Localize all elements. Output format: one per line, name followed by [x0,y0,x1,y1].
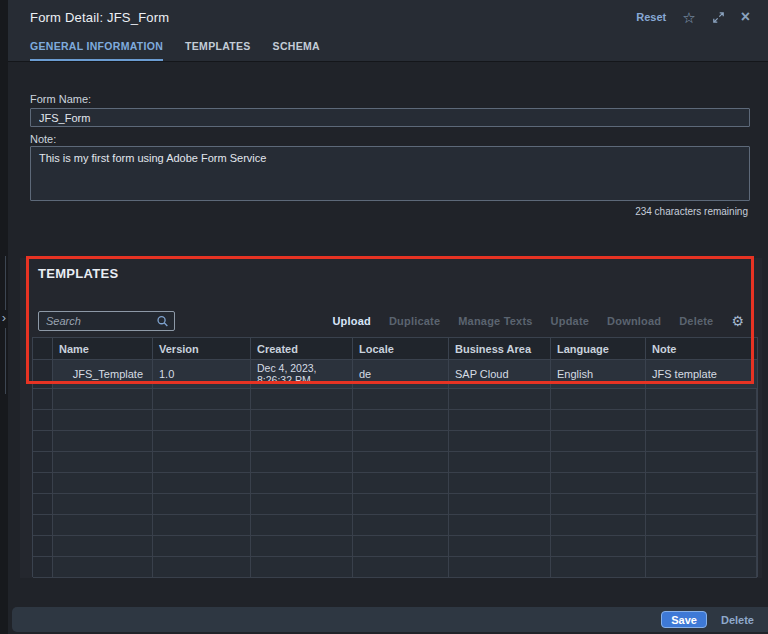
table-row-empty [33,494,757,515]
templates-section-title: TEMPLATES [38,266,118,281]
save-button[interactable]: Save [661,611,707,628]
reset-button[interactable]: Reset [636,11,666,23]
fullscreen-expand-icon[interactable] [712,11,725,24]
panel-expand-chevron-icon[interactable]: › [0,310,8,328]
column-header-language[interactable]: Language [551,338,646,359]
column-header-locale[interactable]: Locale [353,338,449,359]
search-icon[interactable] [156,315,169,328]
download-button[interactable]: Download [607,315,661,327]
duplicate-button[interactable]: Duplicate [389,315,440,327]
cell-business-area: SAP Cloud [449,360,551,388]
tab-schema[interactable]: SCHEMA [273,40,320,61]
note-label: Note: [30,133,56,145]
table-row-jfs-template[interactable]: JFS_Template 1.0 Dec 4, 2023, 8:26:32 PM… [33,360,757,389]
characters-remaining: 234 characters remaining [635,206,748,217]
table-row-empty [33,410,757,431]
upload-button[interactable]: Upload [332,315,370,327]
column-header-created[interactable]: Created [251,338,353,359]
table-row-empty [33,515,757,536]
dialog-title: Form Detail: JFS_Form [30,10,169,25]
header-actions: Reset ☆ × [636,9,750,25]
table-row-empty [33,431,757,452]
table-row-empty [33,473,757,494]
form-name-input[interactable] [30,108,750,127]
table-settings-gear-icon[interactable]: ⚙ [731,314,744,328]
templates-toolbar: Upload Duplicate Manage Texts Update Dow… [38,310,744,332]
cell-name: JFS_Template [53,360,153,388]
column-header-note[interactable]: Note [646,338,757,359]
cell-version: 1.0 [153,360,251,388]
templates-table: Name Version Created Locale Business Are… [32,337,758,577]
table-row-empty [33,452,757,473]
update-button[interactable]: Update [551,315,589,327]
form-name-label: Form Name: [30,93,91,105]
table-row-empty [33,536,757,557]
search-field[interactable] [38,311,175,331]
empty-rows-container [33,389,757,578]
dialog-header: Form Detail: JFS_Form Reset ☆ × GENERAL … [8,0,768,62]
column-header-version[interactable]: Version [153,338,251,359]
form-detail-dialog: Form Detail: JFS_Form Reset ☆ × GENERAL … [8,0,768,634]
screen: › Form Detail: JFS_Form Reset ☆ × GENERA… [0,0,768,634]
manage-texts-button[interactable]: Manage Texts [458,315,532,327]
search-input[interactable] [46,315,156,327]
collapsed-side-panel: › [0,0,8,634]
note-textarea[interactable]: This is my first form using Adobe Form S… [30,146,750,201]
cell-language: English [551,360,646,388]
cell-locale: de [353,360,449,388]
selector-column-header [33,338,53,359]
table-row-empty [33,557,757,578]
table-row-empty [33,389,757,410]
favorite-star-icon[interactable]: ☆ [682,10,695,25]
table-header-row: Name Version Created Locale Business Are… [33,338,757,360]
cell-note: JFS template [646,360,757,388]
close-icon[interactable]: × [741,9,750,25]
tab-bar: GENERAL INFORMATION TEMPLATES SCHEMA [30,40,320,61]
dialog-footer: Save Delete [12,607,768,632]
column-header-business-area[interactable]: Business Area [449,338,551,359]
footer-delete-button[interactable]: Delete [721,614,754,626]
column-header-name[interactable]: Name [53,338,153,359]
tab-templates[interactable]: TEMPLATES [185,40,251,61]
delete-button[interactable]: Delete [679,315,713,327]
row-selector-cell[interactable] [33,360,53,388]
toolbar-actions: Upload Duplicate Manage Texts Update Dow… [332,314,744,328]
cell-created: Dec 4, 2023, 8:26:32 PM [251,360,353,388]
tab-general-information[interactable]: GENERAL INFORMATION [30,40,163,61]
